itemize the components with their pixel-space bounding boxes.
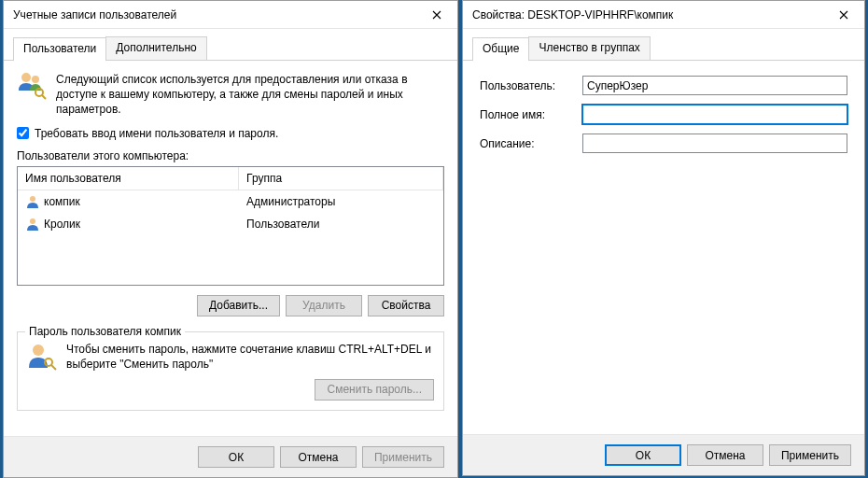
window-title: Свойства: DESKTOP-VIPHHRF\компик [472,8,823,21]
apply-button: Применить [362,446,444,468]
password-group-title: Пароль пользователя компик [25,325,185,338]
user-accounts-window: Учетные записи пользователей Пользовател… [3,0,458,478]
intro: Следующий список используется для предос… [17,70,444,118]
apply-button[interactable]: Применить [769,444,851,466]
svg-point-4 [30,218,35,224]
list-header: Имя пользователя Группа [18,167,443,190]
close-button[interactable] [823,2,864,28]
row-name: компик [44,195,80,208]
tab-bar: Общие Членство в группах [463,29,864,61]
row-name: Кролик [44,218,80,231]
description-label: Описание: [480,137,573,150]
window-title: Учетные записи пользователей [13,8,416,21]
col-username[interactable]: Имя пользователя [18,167,239,190]
row-group: Администраторы [239,193,443,210]
close-icon [432,10,441,20]
users-list-label: Пользователи этого компьютера: [17,149,444,162]
svg-point-1 [32,76,39,83]
require-login-checkbox[interactable] [17,127,29,139]
remove-button: Удалить [286,295,362,316]
col-group[interactable]: Группа [239,167,443,190]
require-login-row[interactable]: Требовать ввод имени пользователя и паро… [17,127,444,140]
tab-content: Пользователь: Полное имя: Описание: [463,61,864,434]
user-properties-window: Свойства: DESKTOP-VIPHHRF\компик Общие Ч… [462,0,865,476]
cancel-button[interactable]: Отмена [687,444,763,466]
tab-bar: Пользователи Дополнительно [4,29,457,61]
user-field[interactable] [582,76,847,95]
user-icon [25,217,40,232]
user-key-icon [27,342,57,372]
dialog-footer: ОК Отмена Применить [4,436,457,477]
users-keys-icon [17,70,47,100]
tab-general[interactable]: Общие [472,37,529,61]
cancel-button[interactable]: Отмена [280,446,357,468]
user-icon [25,194,40,209]
intro-text: Следующий список используется для предос… [56,70,444,118]
titlebar[interactable]: Учетные записи пользователей [4,1,457,29]
add-button[interactable]: Добавить... [197,295,280,316]
password-groupbox: Пароль пользователя компик Чтобы сменить… [17,331,444,411]
properties-form: Пользователь: Полное имя: Описание: [476,70,851,168]
description-field[interactable] [582,134,847,153]
fullname-field[interactable] [582,105,847,124]
ok-button[interactable]: ОК [198,446,274,468]
svg-point-3 [30,196,35,202]
fullname-label: Полное имя: [480,108,573,121]
change-password-button: Сменить пароль... [315,379,434,401]
list-row[interactable]: Кролик Пользователи [18,213,443,235]
properties-button[interactable]: Свойства [368,295,444,316]
user-label: Пользователь: [480,79,573,92]
list-actions: Добавить... Удалить Свойства [17,295,444,316]
close-button[interactable] [416,2,457,28]
tab-content: Следующий список используется для предос… [4,61,457,436]
tab-users[interactable]: Пользователи [13,37,106,61]
titlebar[interactable]: Свойства: DESKTOP-VIPHHRF\компик [463,1,864,29]
svg-point-0 [21,73,31,82]
svg-point-5 [33,344,44,356]
close-icon [839,10,848,20]
row-group: Пользователи [239,216,443,232]
dialog-footer: ОК Отмена Применить [463,434,864,475]
ok-button[interactable]: ОК [605,444,681,466]
users-list[interactable]: Имя пользователя Группа компик Администр… [17,166,444,286]
tab-membership[interactable]: Членство в группах [528,36,650,60]
password-text: Чтобы сменить пароль, нажмите сочетание … [66,342,434,372]
require-login-label: Требовать ввод имени пользователя и паро… [35,127,278,140]
list-row[interactable]: компик Администраторы [18,190,443,213]
tab-advanced[interactable]: Дополнительно [105,36,206,60]
